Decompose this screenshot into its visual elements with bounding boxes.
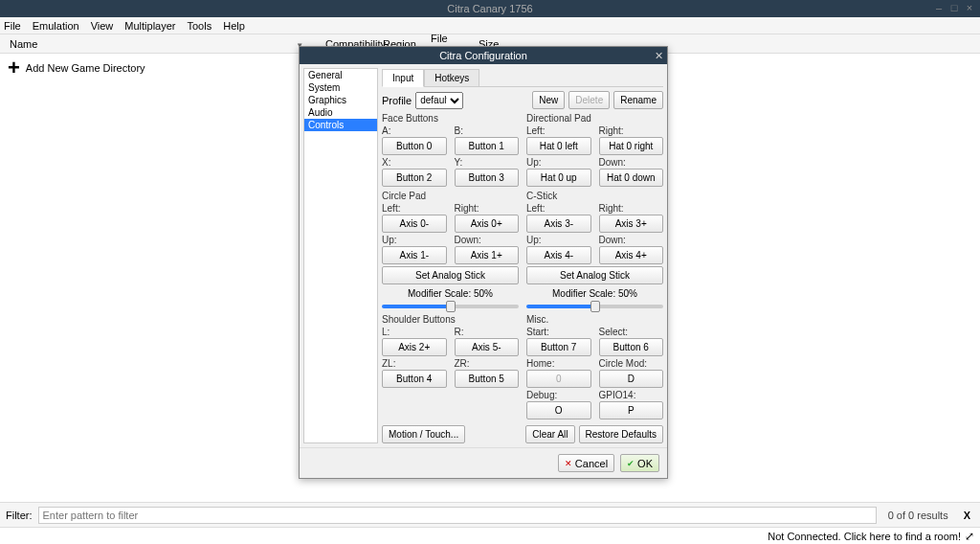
plus-icon: +: [8, 57, 20, 79]
dialog-title: Citra Configuration: [439, 50, 527, 61]
cstick-set-analog-button[interactable]: Set Analog Stick: [526, 266, 663, 284]
menubar: File Emulation View Multiplayer Tools He…: [0, 17, 980, 34]
filter-bar: Filter: 0 of 0 results X: [0, 502, 980, 527]
map-face-y[interactable]: Button 3: [455, 169, 520, 187]
window-titlebar: Citra Canary 1756 – □ ×: [0, 0, 980, 17]
add-dir-label: Add New Game Directory: [26, 62, 145, 74]
profile-rename-button[interactable]: Rename: [613, 91, 663, 109]
ok-button[interactable]: OK: [620, 454, 659, 472]
sidebar-item-controls[interactable]: Controls: [304, 119, 377, 131]
group-cstick: C-Stick Left:Axis 3- Right:Axis 3+ Up:Ax…: [526, 191, 663, 310]
profile-label: Profile: [382, 95, 412, 106]
map-cpad-left[interactable]: Axis 0-: [382, 215, 447, 233]
clear-all-button[interactable]: Clear All: [525, 425, 574, 443]
map-misc-start[interactable]: Button 7: [526, 338, 591, 356]
group-circle-pad: Circle Pad Left:Axis 0- Right:Axis 0+ Up…: [382, 191, 519, 310]
map-face-x[interactable]: Button 2: [382, 169, 447, 187]
map-cpad-down[interactable]: Axis 1+: [455, 246, 520, 264]
motion-touch-button[interactable]: Motion / Touch...: [382, 425, 465, 443]
sidebar-item-system[interactable]: System: [304, 81, 377, 94]
map-dpad-left[interactable]: Hat 0 left: [526, 137, 591, 155]
dialog-titlebar[interactable]: Citra Configuration ✕: [300, 47, 667, 64]
map-shoulder-r[interactable]: Axis 5-: [455, 338, 520, 356]
menu-view[interactable]: View: [91, 20, 114, 32]
cpad-modifier-slider[interactable]: [382, 305, 519, 308]
map-cstick-down[interactable]: Axis 4+: [599, 246, 664, 264]
map-misc-cmod[interactable]: D: [599, 370, 664, 388]
map-shoulder-zl[interactable]: Button 4: [382, 370, 447, 388]
filter-label: Filter:: [6, 510, 33, 521]
group-misc: Misc. Start:Button 7 Select:Button 6 Hom…: [526, 314, 663, 419]
map-dpad-down[interactable]: Hat 0 down: [599, 169, 664, 187]
map-face-a[interactable]: Button 0: [382, 137, 447, 155]
filter-close-icon[interactable]: X: [960, 510, 974, 521]
profile-select[interactable]: default: [415, 92, 463, 109]
cstick-modifier-slider[interactable]: [526, 305, 663, 308]
profile-delete-button: Delete: [568, 91, 610, 109]
map-cpad-up[interactable]: Axis 1-: [382, 246, 447, 264]
menu-help[interactable]: Help: [223, 20, 245, 32]
tab-hotkeys[interactable]: Hotkeys: [424, 69, 479, 87]
maximize-icon[interactable]: □: [947, 2, 961, 15]
cpad-modifier-label: Modifier Scale: 50%: [382, 288, 519, 299]
map-misc-debug[interactable]: O: [526, 401, 591, 419]
tab-input[interactable]: Input: [382, 69, 424, 87]
menu-multiplayer[interactable]: Multiplayer: [124, 20, 175, 32]
group-face-buttons: Face Buttons A:Button 0 B:Button 1 X:But…: [382, 113, 519, 187]
map-misc-select[interactable]: Button 6: [599, 338, 664, 356]
dialog-close-icon[interactable]: ✕: [655, 50, 663, 62]
expand-icon[interactable]: ⤢: [965, 530, 974, 543]
map-shoulder-zr[interactable]: Button 5: [455, 370, 520, 388]
group-title: Face Buttons: [382, 113, 519, 124]
cpad-set-analog-button[interactable]: Set Analog Stick: [382, 266, 519, 284]
group-dpad: Directional Pad Left:Hat 0 left Right:Ha…: [526, 113, 663, 187]
status-text: Not Connected. Click here to find a room…: [768, 531, 961, 542]
map-cstick-up[interactable]: Axis 4-: [526, 246, 591, 264]
menu-file[interactable]: File: [4, 20, 21, 32]
sidebar-item-general[interactable]: General: [304, 69, 377, 81]
profile-new-button[interactable]: New: [532, 91, 565, 109]
map-dpad-right[interactable]: Hat 0 right: [599, 137, 664, 155]
map-face-b[interactable]: Button 1: [455, 137, 520, 155]
config-sidebar: General System Graphics Audio Controls: [303, 68, 378, 443]
minimize-icon[interactable]: –: [932, 2, 946, 15]
window-title: Citra Canary 1756: [447, 3, 532, 14]
map-dpad-up[interactable]: Hat 0 up: [526, 169, 591, 187]
status-bar[interactable]: Not Connected. Click here to find a room…: [0, 527, 980, 544]
cancel-button[interactable]: Cancel: [558, 454, 614, 472]
filter-input[interactable]: [38, 507, 877, 524]
menu-emulation[interactable]: Emulation: [33, 20, 79, 32]
restore-defaults-button[interactable]: Restore Defaults: [579, 425, 663, 443]
col-name[interactable]: Name▼: [4, 38, 320, 50]
menu-tools[interactable]: Tools: [188, 20, 212, 32]
filter-results: 0 of 0 results: [888, 510, 948, 521]
map-shoulder-l[interactable]: Axis 2+: [382, 338, 447, 356]
close-icon[interactable]: ×: [963, 2, 976, 15]
sidebar-item-audio[interactable]: Audio: [304, 106, 377, 119]
map-cstick-right[interactable]: Axis 3+: [599, 215, 664, 233]
group-shoulder: Shoulder Buttons L:Axis 2+ R:Axis 5- ZL:…: [382, 314, 519, 419]
config-tabs: Input Hotkeys: [382, 68, 663, 87]
cstick-modifier-label: Modifier Scale: 50%: [526, 288, 663, 299]
map-cpad-right[interactable]: Axis 0+: [455, 215, 520, 233]
sidebar-item-graphics[interactable]: Graphics: [304, 94, 377, 106]
map-cstick-left[interactable]: Axis 3-: [526, 215, 591, 233]
map-misc-gpio[interactable]: P: [599, 401, 664, 419]
map-misc-home: 0: [526, 370, 591, 388]
config-dialog: Citra Configuration ✕ General System Gra…: [299, 46, 668, 479]
